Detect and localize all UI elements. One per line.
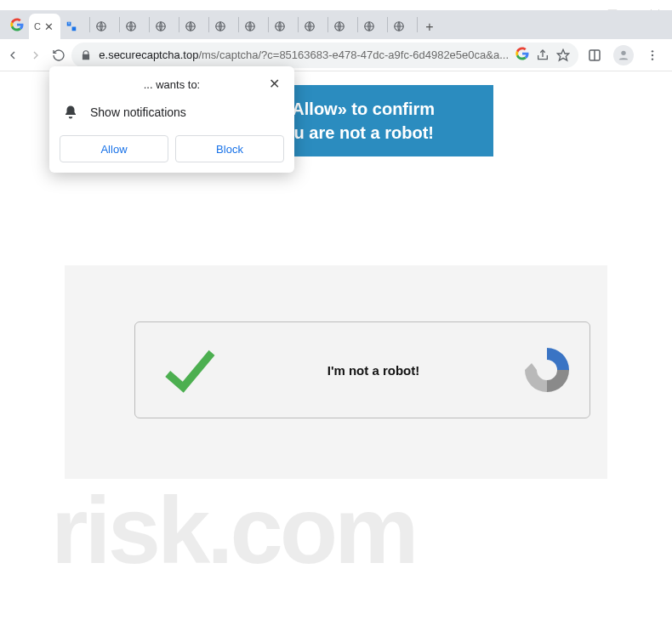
tab-generic[interactable] — [358, 14, 387, 39]
captcha-label: I'm not a robot! — [227, 363, 520, 378]
globe-icon — [274, 20, 286, 32]
tab-generic[interactable] — [209, 14, 238, 39]
tab-generic[interactable] — [269, 14, 298, 39]
watermark-text: risk.com — [51, 475, 672, 585]
google-page-icon[interactable] — [515, 47, 529, 63]
tab-generic[interactable] — [150, 14, 179, 39]
bookmark-star-icon[interactable] — [556, 43, 570, 68]
globe-icon — [244, 20, 256, 32]
globe-icon — [155, 20, 167, 32]
tab-close-button[interactable]: ✕ — [43, 20, 55, 32]
tab-generic[interactable] — [388, 14, 417, 39]
avatar-icon — [613, 45, 634, 65]
permission-close-button[interactable]: ✕ — [265, 75, 282, 92]
captcha-section: I'm not a robot! — [65, 265, 607, 479]
svg-point-20 — [652, 54, 653, 55]
url-path: /ms/captcha/?c=85163683-e478-47dc-a9fc-6… — [198, 48, 509, 61]
tab-active-label: C — [34, 21, 41, 31]
google-home-icon[interactable] — [5, 10, 29, 39]
tab-active[interactable]: C ✕ — [29, 14, 60, 39]
permission-block-button[interactable]: Block — [175, 135, 284, 162]
lock-icon — [80, 49, 92, 61]
globe-icon — [185, 20, 196, 32]
back-button[interactable] — [3, 43, 23, 68]
captcha-card[interactable]: I'm not a robot! — [134, 321, 590, 418]
permission-allow-button[interactable]: Allow — [60, 135, 168, 162]
tab-generic[interactable] — [90, 14, 119, 39]
translate-icon — [65, 20, 77, 32]
browser-menu-button[interactable] — [640, 43, 665, 68]
reading-list-icon[interactable] — [582, 43, 607, 68]
svg-point-18 — [621, 50, 625, 54]
new-tab-button[interactable]: + — [418, 15, 441, 39]
tab-translate[interactable] — [60, 14, 89, 39]
notification-permission-dialog: ... wants to: ✕ Show notifications Allow… — [49, 66, 294, 173]
permission-message: Show notifications — [90, 105, 186, 119]
tab-strip: C ✕ + — [0, 10, 672, 39]
globe-icon — [393, 20, 405, 32]
globe-icon — [304, 20, 316, 32]
address-bar[interactable]: e.securecaptcha.top/ms/captcha/?c=851636… — [71, 43, 578, 68]
svg-marker-15 — [557, 49, 568, 60]
svg-marker-24 — [525, 363, 537, 370]
checkmark-icon — [151, 332, 227, 408]
svg-point-19 — [652, 50, 653, 52]
globe-icon — [363, 20, 375, 32]
svg-point-21 — [652, 58, 653, 60]
forward-button[interactable] — [26, 43, 46, 68]
tab-generic[interactable] — [328, 14, 357, 39]
url-text: e.securecaptcha.top/ms/captcha/?c=851636… — [99, 48, 509, 61]
share-icon[interactable] — [536, 43, 550, 68]
reload-button[interactable] — [49, 43, 69, 68]
profile-avatar[interactable] — [611, 43, 636, 68]
bell-icon — [63, 105, 78, 120]
tab-generic[interactable] — [179, 14, 208, 39]
permission-title: ... wants to: — [144, 78, 200, 91]
url-host: e.securecaptcha.top — [99, 48, 198, 61]
globe-icon — [125, 20, 137, 32]
globe-icon — [95, 20, 107, 32]
tab-generic[interactable] — [299, 14, 327, 39]
recaptcha-logo-icon — [520, 343, 574, 397]
globe-icon — [333, 20, 345, 32]
tab-generic[interactable] — [239, 14, 268, 39]
toolbar-right — [582, 43, 665, 68]
globe-icon — [214, 20, 226, 32]
tab-generic[interactable] — [120, 14, 149, 39]
